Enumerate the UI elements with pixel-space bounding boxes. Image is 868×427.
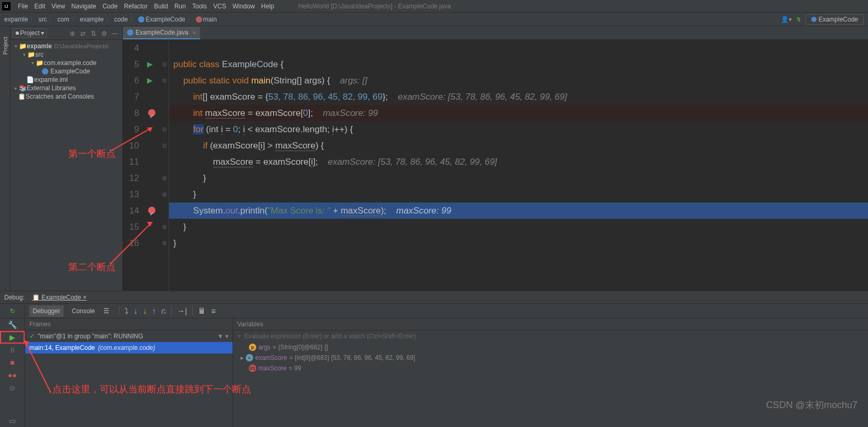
step-into-icon[interactable]: ↓ [134,306,138,315]
breakpoint-gutter[interactable]: ▶ ▶ [144,40,160,291]
view-breakpoints-icon[interactable]: ●● [0,369,25,381]
tree-external-libs[interactable]: ▸📚 External Libraries [11,84,122,92]
resume-program-button[interactable]: ▶ [0,331,25,344]
evaluate-input[interactable]: Evaluate expression (Enter) or add a wat… [244,333,416,340]
thread-selector[interactable]: ✓ "main"@1 in group "main": RUNNING ▼ ▾ [25,330,233,342]
collapse-icon[interactable]: ⇅ [91,30,99,36]
settings-icon[interactable]: ⚙ [101,30,110,36]
breakpoint-icon[interactable] [148,109,155,116]
drop-frame-icon[interactable]: ⎌ [161,306,166,315]
crumb-src[interactable]: src [38,16,47,23]
modify-run-icon[interactable]: 🔧 [0,318,25,331]
menu-file[interactable]: File [15,3,31,10]
rerun-icon[interactable]: ↻ [10,307,15,315]
layout-icon[interactable]: ▭ [0,414,25,427]
crumb-project[interactable]: expamle [4,16,28,23]
menu-code[interactable]: Code [99,3,121,10]
crumb-method[interactable]: main [196,16,217,23]
navigation-bar: expamle〉 src〉 com〉 example〉 code〉 Exampl… [0,13,868,26]
variable-args[interactable]: p args = {String[0]@682} [] [233,342,868,353]
watermark: CSDN @末初mochu7 [766,399,857,411]
tree-iml[interactable]: 📄 expamle.iml [11,76,122,84]
trace-icon[interactable]: ≡ [211,306,216,315]
variable-maxscore[interactable]: 01 maxScore = 99 [233,363,868,373]
menu-run[interactable]: Run [171,3,189,10]
editor-tab-examplecode[interactable]: ExampleCode.java × [123,27,200,39]
run-to-cursor-icon[interactable]: →| [177,306,187,315]
breakpoint-icon[interactable] [148,207,155,214]
debug-config-tab[interactable]: 📋 ExampleCode × [29,293,90,302]
locate-icon[interactable]: ⊕ [70,30,78,36]
menu-help[interactable]: Help [258,3,277,10]
app-logo-icon: IJ [2,2,11,10]
run-config-selector[interactable]: ExampleCode [806,14,864,25]
breadcrumbs: expamle〉 src〉 com〉 example〉 code〉 Exampl… [4,15,217,24]
expand-icon[interactable]: ⇄ [80,30,89,36]
menu-build[interactable]: Build [151,3,171,10]
crumb-class[interactable]: ExampleCode [138,16,185,23]
crumb-code[interactable]: code [114,16,128,23]
step-over-icon[interactable]: ⤵ [124,306,129,315]
editor-tabs: ExampleCode.java × [123,26,868,40]
frames-title: Frames [25,318,233,330]
debugger-tab[interactable]: Debugger [29,305,64,317]
run-gutter-icon[interactable]: ▶ [147,56,153,72]
code-editor[interactable]: 45678910111213141516 ▶ ▶ ⊟⊟ ⊟⊟⊞⊞ ⊞⊞ publ… [123,40,868,291]
tree-root[interactable]: ▾📁 expamleD:\Java\IdeaProjects\ [11,42,122,50]
menu-window[interactable]: Window [229,3,258,10]
evaluate-icon[interactable]: 🖩 [198,306,206,315]
variables-title: Variables [233,318,868,330]
debug-label: Debug: [4,294,25,301]
project-view-selector[interactable]: ■ Project ▾ [13,28,47,38]
window-title: HelloWorld [D:\Java\IdeaProjects] - Exam… [298,3,451,10]
frames-panel: Frames ✓ "main"@1 in group "main": RUNNI… [25,318,233,427]
tree-scratches[interactable]: 📋 Scratches and Consoles [11,92,122,101]
variable-examscore[interactable]: ▸ ≡ examScore = {int[8]@683} [53, 78, 86… [233,353,868,363]
console-tab[interactable]: Console [69,305,98,317]
close-tab-icon[interactable]: × [193,29,196,36]
threads-icon[interactable]: ☰ [103,307,109,315]
user-icon[interactable]: 👤▾ [781,16,792,23]
stack-frame[interactable]: main:14, ExampleCode (com.example.code) [25,342,233,354]
run-gutter-icon[interactable]: ▶ [147,72,153,89]
step-out-icon[interactable]: ↑ [152,306,156,315]
debug-panel: Debug: 📋 ExampleCode × ↻ Debugger Consol… [0,291,868,427]
menu-view[interactable]: View [48,3,68,10]
project-toolwindow-tab[interactable]: Project [0,26,11,291]
line-number-gutter: 45678910111213141516 [123,40,144,291]
fold-gutter[interactable]: ⊟⊟ ⊟⊟⊞⊞ ⊞⊞ [160,40,169,291]
menu-refactor[interactable]: Refactor [121,3,151,10]
project-panel: ■ Project ▾ ⊕ ⇄ ⇅ ⚙ — ▾📁 expamleD:\Java\… [11,26,123,291]
crumb-com[interactable]: com [57,16,69,23]
menu-tools[interactable]: Tools [189,3,210,10]
force-step-into-icon[interactable]: ↓ [143,306,147,315]
tree-src[interactable]: ▾📁 src [11,50,122,59]
menu-bar: IJ File Edit View Navigate Code Refactor… [0,0,868,13]
project-tree: ▾📁 expamleD:\Java\IdeaProjects\ ▾📁 src ▾… [11,40,122,103]
add-watch-icon[interactable]: + [237,333,241,340]
menu-navigate[interactable]: Navigate [68,3,99,10]
editor-area: ExampleCode.java × 45678910111213141516 … [123,26,868,291]
debug-side-toolbar: 🔧 ▶ ⏸ ■ ●● ⦸ ▭ [0,318,25,427]
stop-icon[interactable]: ■ [0,356,25,369]
menu-vcs[interactable]: VCS [210,3,229,10]
pause-icon[interactable]: ⏸ [0,344,25,356]
crumb-example[interactable]: example [80,16,103,23]
build-icon[interactable]: ↯ [796,16,801,23]
menu-edit[interactable]: Edit [31,3,48,10]
tree-package[interactable]: ▾📁 com.example.code [11,59,122,67]
hide-icon[interactable]: — [112,30,120,36]
tree-class[interactable]: ExampleCode [11,67,122,76]
mute-breakpoints-icon[interactable]: ⦸ [0,381,25,394]
